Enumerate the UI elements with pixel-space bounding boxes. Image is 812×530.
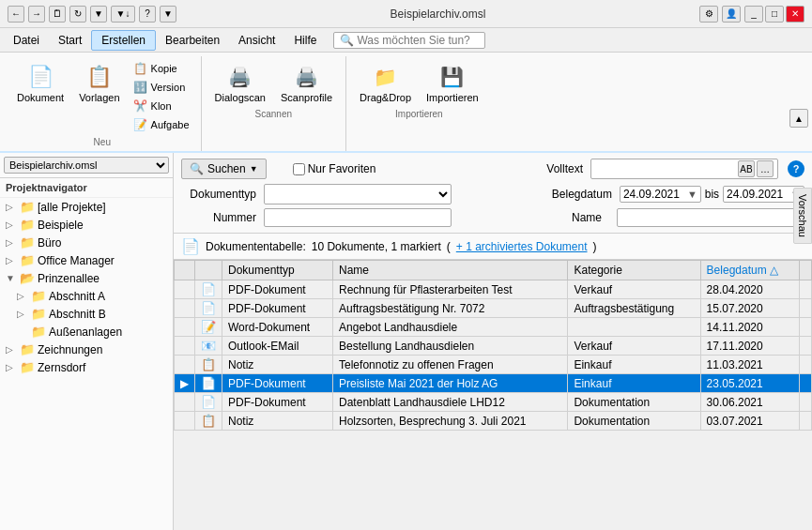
- row-name: Telefonnotiz zu offenen Fragen: [333, 356, 568, 374]
- search-row3: Nummer Name: [181, 208, 804, 227]
- table-row[interactable]: 📋 Notiz Telefonnotiz zu offenen Fragen E…: [175, 356, 812, 374]
- search-button[interactable]: 🔍 Suchen ▼: [181, 159, 267, 179]
- calendar-icon[interactable]: ▼: [687, 189, 697, 200]
- table-row[interactable]: 📄 PDF-Dokument Auftragsbestätigung Nr. 7…: [175, 299, 812, 318]
- row-type: Notiz: [222, 412, 333, 431]
- btn-scanprofile[interactable]: 🖨️ Scanprofile: [275, 60, 338, 105]
- row-expand: [175, 412, 195, 431]
- belegdatum-to-input[interactable]: [727, 188, 790, 201]
- row-type-icon: 📄: [195, 393, 222, 412]
- btn-dragdrop[interactable]: 📁 Drag&Drop: [354, 60, 417, 105]
- nummer-input[interactable]: [264, 208, 452, 227]
- menu-ansicht[interactable]: Ansicht: [229, 31, 284, 50]
- table-row[interactable]: ▶ 📄 PDF-Dokument Preisliste Mai 2021 der…: [175, 374, 812, 393]
- col-icon: [195, 261, 222, 280]
- tree-label: Beispiele: [38, 219, 84, 232]
- back-btn[interactable]: ←: [8, 6, 24, 23]
- project-select[interactable]: Beispielarchiv.omsl: [4, 157, 169, 174]
- row-name: Auftragsbestätigung Nr. 7072: [333, 299, 568, 318]
- refresh-btn[interactable]: ↻: [69, 6, 86, 23]
- table-row[interactable]: 📋 Notiz Holzsorten, Besprechung 3. Juli …: [175, 412, 812, 431]
- col-belegdatum[interactable]: Belegdatum △: [700, 261, 799, 280]
- dropdown-btn2[interactable]: ▼↓: [111, 6, 135, 23]
- user-btn[interactable]: 👤: [722, 6, 741, 23]
- col-kategorie[interactable]: Kategorie: [568, 261, 700, 280]
- info-paren-close: ): [593, 240, 597, 253]
- menu-bearbeiten[interactable]: Bearbeiten: [156, 31, 229, 50]
- left-panel: Beispielarchiv.omsl Projektnavigator ▷ 📁…: [0, 153, 174, 530]
- help-btn-title[interactable]: ?: [139, 6, 156, 23]
- folder-icon: 📁: [20, 360, 35, 374]
- tree-arrow: ▷: [6, 362, 17, 372]
- volltext-btn2[interactable]: …: [757, 160, 774, 177]
- tree-arrow: ▷: [6, 344, 17, 355]
- btn-vorlagen[interactable]: 📋 Vorlagen: [73, 60, 125, 105]
- row-scroll-cell: [800, 337, 812, 356]
- tree-item-prinzenallee[interactable]: ▼ 📂 Prinzenallee: [0, 269, 173, 287]
- btn-aufgabe[interactable]: 📝 Aufgabe: [130, 116, 193, 133]
- volltext-help-btn[interactable]: ?: [788, 160, 804, 177]
- tree-item-zeichnungen[interactable]: ▷ 📁 Zeichnungen: [0, 341, 173, 358]
- table-row[interactable]: 📧 Outlook-EMail Bestellung Landhausdiele…: [175, 337, 812, 356]
- table-row[interactable]: 📝 Word-Dokument Angebot Landhausdiele 14…: [175, 318, 812, 337]
- search-dropdown-icon: ▼: [250, 164, 258, 174]
- tree-label: Außenanlagen: [49, 326, 122, 339]
- row-scroll-cell: [800, 374, 812, 393]
- tree-item-aussenanlagen[interactable]: 📁 Außenanlagen: [0, 323, 173, 341]
- file-btn[interactable]: 🗒: [49, 6, 66, 23]
- btn-dokument-label: Dokument: [17, 92, 64, 103]
- volltext-btn1[interactable]: AB: [738, 160, 755, 177]
- menubar: Datei Start Erstellen Bearbeiten Ansicht…: [0, 28, 812, 53]
- close-btn[interactable]: ✕: [786, 6, 804, 23]
- tree-item-buero[interactable]: ▷ 📁 Büro: [0, 234, 173, 251]
- belegdatum-from-input[interactable]: [623, 188, 687, 201]
- btn-version[interactable]: 🔢 Version: [130, 79, 193, 96]
- menu-start[interactable]: Start: [49, 31, 91, 50]
- tree-item-beispiele[interactable]: ▷ 📁 Beispiele: [0, 216, 173, 234]
- minimize-btn[interactable]: _: [744, 6, 763, 23]
- table-row[interactable]: 📄 PDF-Dokument Rechnung für Pflasterarbe…: [175, 280, 812, 299]
- btn-importieren[interactable]: 💾 Importieren: [421, 60, 484, 105]
- vorschau-tab[interactable]: Vorschau: [793, 188, 812, 244]
- tree-item-zernsdorf[interactable]: ▷ 📁 Zernsdorf: [0, 358, 173, 376]
- col-dokumenttyp[interactable]: Dokumenttyp: [222, 261, 333, 280]
- bis-label: bis: [705, 188, 719, 201]
- dropdown-btn1[interactable]: ▼: [90, 6, 107, 23]
- forward-btn[interactable]: →: [28, 6, 45, 23]
- maximize-btn[interactable]: □: [765, 6, 784, 23]
- folder-open-icon: 📂: [20, 271, 35, 285]
- row-expand: [175, 299, 195, 318]
- menu-erstellen[interactable]: Erstellen: [91, 30, 156, 51]
- tree-arrow: ▷: [17, 309, 28, 319]
- tree-item-abschnitt-a[interactable]: ▷ 📁 Abschnitt A: [0, 287, 173, 305]
- row-datum: 17.11.2020: [700, 337, 799, 356]
- btn-kopie[interactable]: 📋 Kopie: [130, 60, 193, 77]
- dokumenttyp-select[interactable]: [264, 184, 452, 204]
- archived-link[interactable]: + 1 archiviertes Dokument: [456, 240, 588, 253]
- table-row[interactable]: 📄 PDF-Dokument Datenblatt Landhausdiele …: [175, 393, 812, 412]
- row-datum: 14.11.2020: [700, 318, 799, 337]
- aufgabe-icon: 📝: [133, 117, 148, 132]
- settings-btn[interactable]: ⚙: [699, 6, 718, 23]
- dokumenttyp-label: Dokumenttyp: [181, 188, 256, 201]
- ribbon-collapse-btn[interactable]: ▲: [789, 109, 808, 128]
- col-name[interactable]: Name: [333, 261, 568, 280]
- tree-item-office-manager[interactable]: ▷ 📁 Office Manager: [0, 251, 173, 269]
- volltext-input[interactable]: [595, 162, 736, 175]
- btn-klon[interactable]: ✂️ Klon: [130, 98, 193, 114]
- menu-datei[interactable]: Datei: [4, 31, 49, 50]
- tree-item-abschnitt-b[interactable]: ▷ 📁 Abschnitt B: [0, 305, 173, 323]
- menu-search-box[interactable]: 🔍: [333, 32, 485, 49]
- row-name: Preisliste Mai 2021 der Holz AG: [333, 374, 568, 393]
- row-name: Holzsorten, Besprechung 3. Juli 2021: [333, 412, 568, 431]
- tree-item-alle-projekte[interactable]: ▷ 📁 [alle Projekte]: [0, 198, 173, 216]
- btn-vorlagen-label: Vorlagen: [79, 92, 119, 103]
- menu-search-input[interactable]: [357, 34, 479, 47]
- dropdown-btn3[interactable]: ▼: [160, 6, 176, 23]
- menu-hilfe[interactable]: Hilfe: [284, 31, 326, 50]
- name-input[interactable]: [617, 208, 804, 227]
- btn-dokument[interactable]: 📄 Dokument: [11, 60, 69, 105]
- btn-dialogscan[interactable]: 🖨️ Dialogscan: [209, 60, 271, 105]
- favoriten-checkbox[interactable]: [293, 163, 305, 175]
- belegdatum-from: ▼: [620, 186, 701, 203]
